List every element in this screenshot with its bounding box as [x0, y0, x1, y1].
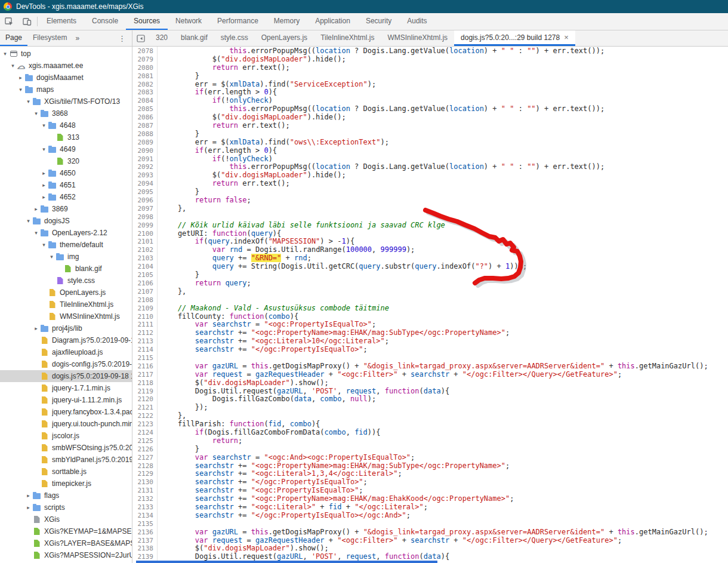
tab-elements[interactable]: Elements — [39, 13, 84, 30]
tree-item-flags[interactable]: ▸flags — [0, 490, 132, 502]
navigator-header: PageFilesystem » ⋮ — [0, 30, 132, 46]
tree-expander-icon[interactable]: ▾ — [48, 254, 55, 260]
tree-expander-icon[interactable]: ▾ — [24, 99, 32, 104]
tree-expander-icon[interactable]: ▸ — [24, 504, 32, 510]
code-viewport[interactable]: this.errorPopupMsg((location ? Dogis.Lan… — [158, 47, 728, 563]
tree-item-ajaxfileupload-js[interactable]: ajaxfileupload.js — [0, 346, 132, 358]
tree-item-sorttable-js[interactable]: sorttable.js — [0, 466, 132, 478]
navigator-overflow-chevron[interactable]: » — [72, 30, 82, 46]
tree-item-top[interactable]: ▾top — [0, 48, 132, 60]
tree-item-jquery-ui-1-11-2-min-js[interactable]: jquery-ui-1.11.2.min.js — [0, 394, 132, 406]
tree-item-jscolor-js[interactable]: jscolor.js — [0, 430, 132, 442]
tree-expander-icon[interactable]: ▸ — [40, 182, 48, 188]
tree-item-style-css[interactable]: style.css — [0, 275, 132, 287]
tree-expander-icon[interactable]: ▸ — [40, 194, 48, 200]
tab-audits[interactable]: Audits — [399, 13, 434, 30]
tree-item-smbyldpanel-js-5-0-2019-0[interactable]: smbYldPanel.js?5.0:2019-0 — [0, 454, 132, 466]
tree-item-proj4js-lib[interactable]: ▸proj4js/lib — [0, 322, 132, 334]
tree-expander-icon[interactable]: ▾ — [17, 87, 24, 93]
close-tab-icon[interactable]: × — [564, 33, 569, 41]
tree-item-jquery-1-7-1-min-js[interactable]: jquery-1.7.1.min.js — [0, 382, 132, 394]
tree-expander-icon[interactable]: ▾ — [32, 230, 40, 236]
tree-item-313[interactable]: 313 — [0, 131, 132, 143]
line-number: 2082 — [132, 81, 157, 89]
tree-item-label: XGis?LAYER=BASE&MAPSES — [44, 539, 132, 547]
tree-item-4649[interactable]: ▾4649 — [0, 143, 132, 155]
tree-item-xgis-layer-base-mapses[interactable]: XGis?LAYER=BASE&MAPSES — [0, 537, 132, 549]
tree-item-4652[interactable]: ▸4652 — [0, 191, 132, 203]
tree-expander-icon[interactable]: ▾ — [40, 146, 48, 152]
tree-item-dogismaaamet[interactable]: ▸dogisMaaamet — [0, 72, 132, 84]
code-line: searchstr += "<ogc:PropertyIsEqualTo>"; — [161, 487, 728, 495]
file-tab-320[interactable]: 320 — [149, 30, 174, 46]
tree-item-xgis-keymap-1-mapsessi[interactable]: XGis?KEYMAP=1&MAPSESSI — [0, 525, 132, 537]
tree-expander-icon[interactable]: ▸ — [32, 206, 40, 212]
file-tab-dogis-js-5-0-20-29-build-1278[interactable]: dogis.js?5.0:20...:29 build 1278× — [454, 30, 575, 46]
file-yellow-icon — [40, 384, 49, 392]
tree-item-dogisjs[interactable]: ▾dogisJS — [0, 215, 132, 227]
tree-item-scripts[interactable]: ▸scripts — [0, 502, 132, 513]
tab-sources[interactable]: Sources — [126, 13, 168, 30]
tree-item-img[interactable]: ▾img — [0, 251, 132, 263]
tree-expander-icon[interactable]: ▾ — [1, 51, 9, 57]
file-tab-openlayers-js[interactable]: OpenLayers.js — [255, 30, 314, 46]
tree-expander-icon[interactable]: ▾ — [9, 63, 17, 69]
tree-expander-icon[interactable]: ▾ — [40, 122, 48, 128]
tab-application[interactable]: Application — [307, 13, 358, 30]
toolbar-divider — [37, 17, 38, 26]
tree-item-4648[interactable]: ▾4648 — [0, 119, 132, 131]
tree-expander-icon[interactable]: ▸ — [40, 170, 48, 176]
tree-item-xgis-maaamet-ee[interactable]: ▾☁xgis.maaamet.ee — [0, 60, 132, 72]
tree-item-label: 4652 — [60, 193, 76, 201]
line-number: 2112 — [132, 329, 157, 337]
tree-item-openlayers-js[interactable]: OpenLayers.js — [0, 287, 132, 299]
tab-console[interactable]: Console — [84, 13, 126, 30]
tree-item-3868[interactable]: ▾3868 — [0, 107, 132, 119]
navigator-tab-page[interactable]: Page — [0, 30, 27, 46]
tree-item-dogis-js-5-0-2019-09-18-12[interactable]: dogis.js?5.0:2019-09-18 12 — [0, 370, 132, 382]
tree-item-dogis-config-js-5-0-2019-0[interactable]: dogis-config.js?5.0:2019-0 — [0, 358, 132, 370]
tree-expander-icon[interactable]: ▸ — [24, 493, 32, 499]
tree-item-tileinlinexhtml-js[interactable]: TileInlineXhtml.js — [0, 299, 132, 310]
file-tab-style-css[interactable]: style.css — [214, 30, 255, 46]
tree-expander-icon[interactable]: ▸ — [32, 325, 40, 331]
file-tab-tileinlinexhtml-js[interactable]: TileInlineXhtml.js — [314, 30, 381, 46]
tree-item-wmsinlinexhtml-js[interactable]: WMSInlineXhtml.js — [0, 310, 132, 322]
device-toolbar-icon[interactable] — [18, 13, 36, 30]
tree-item-label: jquery.ui.touch-punch.min — [52, 420, 132, 428]
file-tab-blank-gif[interactable]: blank.gif — [174, 30, 214, 46]
tree-item-openlayers-2-12[interactable]: ▾OpenLayers-2.12 — [0, 227, 132, 239]
tree-item-blank-gif[interactable]: blank.gif — [0, 263, 132, 275]
tab-network[interactable]: Network — [168, 13, 209, 30]
tree-item-4650[interactable]: ▸4650 — [0, 167, 132, 179]
file-tab-wmsinlinexhtml-js[interactable]: WMSInlineXhtml.js — [381, 30, 454, 46]
tree-item-xgis[interactable]: XGis — [0, 513, 132, 525]
tree-item-320[interactable]: 320 — [0, 155, 132, 167]
inspect-element-icon[interactable] — [0, 13, 18, 30]
tree-item-diagram-js-5-0-2019-09-18[interactable]: Diagram.js?5.0:2019-09-18 — [0, 334, 132, 346]
tree-expander-icon[interactable]: ▾ — [40, 242, 48, 248]
tree-item-theme-default[interactable]: ▾theme/default — [0, 239, 132, 251]
tree-item-jquery-ui-touch-punch-min[interactable]: jquery.ui.touch-punch.min — [0, 418, 132, 430]
tree-item-smbwfsotsing-js-5-0-2019[interactable]: smbWFSOtsing.js?5.0:2019 — [0, 442, 132, 454]
tab-security[interactable]: Security — [358, 13, 399, 30]
tree-item-jquery-fancybox-1-3-4-pack[interactable]: jquery.fancybox-1.3.4.pack — [0, 406, 132, 418]
tree-item-3869[interactable]: ▸3869 — [0, 203, 132, 215]
navigator-kebab-menu-icon[interactable]: ⋮ — [112, 30, 132, 46]
tab-performance[interactable]: Performance — [209, 13, 266, 30]
tree-item-4651[interactable]: ▸4651 — [0, 179, 132, 191]
file-yellow-icon — [40, 408, 49, 416]
hide-navigator-icon[interactable] — [132, 30, 149, 46]
tree-item-xgis-mapsession-2juruay[interactable]: XGis?MAPSESSION=2JurUay — [0, 549, 132, 561]
tree-expander-icon[interactable]: ▾ — [24, 218, 32, 224]
tree-expander-icon[interactable]: ▾ — [32, 110, 40, 116]
tree-item-maps[interactable]: ▾maps — [0, 84, 132, 96]
tree-item-timepicker-js[interactable]: timepicker.js — [0, 478, 132, 490]
tree-expander-icon[interactable]: ▸ — [17, 75, 24, 81]
code-line: searchstr += "<ogc:Literal>1,3,4</ogc:Li… — [161, 470, 728, 478]
navigator-tab-filesystem[interactable]: Filesystem — [27, 30, 72, 46]
tree-item-label: Diagram.js?5.0:2019-09-18 — [52, 336, 132, 344]
tree-item-xgis-tile-tms-foto-13[interactable]: ▾XGis/tile/TMS-FOTO/13 — [0, 96, 132, 107]
tab-memory[interactable]: Memory — [266, 13, 307, 30]
bottom-scrollbar-thumb[interactable] — [136, 561, 437, 563]
